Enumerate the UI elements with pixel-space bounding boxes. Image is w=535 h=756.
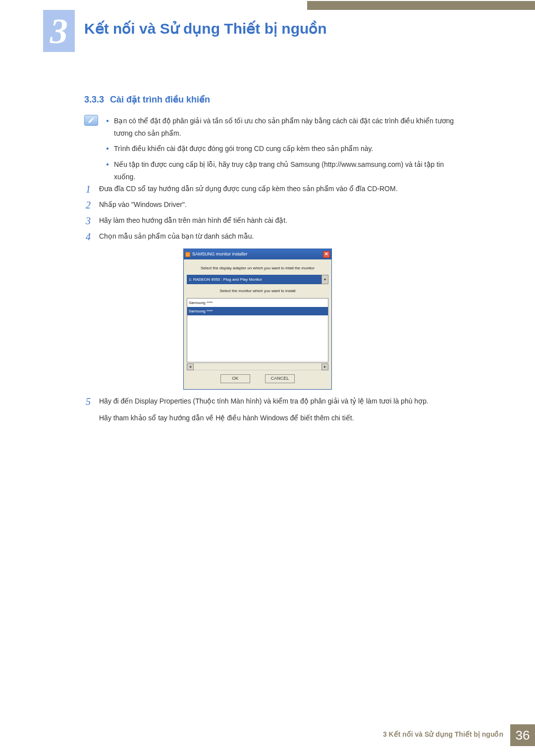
note-item: Nếu tập tin được cung cấp bị lỗi, hãy tr…	[114, 158, 461, 183]
dialog-prompt-adapter: Select the display adapter on which you …	[187, 264, 328, 272]
ok-button[interactable]: OK	[220, 374, 250, 383]
step-additional-text: Hãy tham khảo sổ tay hướng dẫn về Hệ điề…	[99, 411, 461, 425]
list-item[interactable]: Samsung ****	[187, 299, 328, 307]
note-list: ●Bạn có thể đặt độ phân giải và tần số t…	[106, 115, 461, 186]
step-text: Hãy đi đến Display Properties (Thuộc tín…	[99, 395, 461, 408]
dialog-prompt-monitor: Select the monitor which you want to ins…	[187, 287, 328, 295]
adapter-select-value: 1: RADEON 9550 : Plug and Play Monitor	[187, 275, 321, 284]
step-row: 1 Đưa đĩa CD sổ tay hướng dẫn sử dụng đư…	[84, 182, 461, 196]
scroll-right-icon[interactable]: ▸	[321, 363, 328, 370]
bullet-icon: ●	[106, 115, 109, 140]
section-title: Cài đặt trình điều khiển	[110, 95, 210, 104]
monitor-list[interactable]: Samsung **** Samsung ****	[187, 298, 328, 362]
list-item[interactable]: Samsung ****	[187, 307, 328, 315]
step-row: 4 Chọn mẫu sản phẩm của bạn từ danh sách…	[84, 230, 461, 244]
step-number: 5	[84, 395, 92, 408]
app-icon	[185, 252, 190, 257]
step-text: Nhấp vào "Windows Driver".	[99, 198, 461, 212]
step-number: 4	[84, 230, 92, 244]
step-row: 5 Hãy đi đến Display Properties (Thuộc t…	[84, 395, 461, 408]
section-number: 3.3.3	[84, 95, 104, 104]
note-block: ●Bạn có thể đặt độ phân giải và tần số t…	[84, 115, 461, 186]
note-item: Trình điều khiển cài đặt được đóng gói t…	[114, 143, 373, 155]
bullet-icon: ●	[106, 143, 109, 155]
step-row: 2 Nhấp vào "Windows Driver".	[84, 198, 461, 212]
header-accent-bar	[307, 1, 535, 10]
dialog-titlebar: SAMSUNG monitor installer ✕	[184, 249, 331, 259]
chapter-number: 3	[50, 13, 68, 49]
section-heading: 3.3.3Cài đặt trình điều khiển	[84, 94, 210, 105]
dialog-buttons: OK CANCEL	[187, 370, 328, 386]
chapter-title: Kết nối và Sử dụng Thiết bị nguồn	[84, 20, 327, 37]
horizontal-scrollbar[interactable]: ◂ ▸	[187, 363, 328, 370]
steps-list: 1 Đưa đĩa CD sổ tay hướng dẫn sử dụng đư…	[84, 182, 461, 424]
scroll-track[interactable]	[194, 363, 321, 370]
installer-dialog: SAMSUNG monitor installer ✕ Select the d…	[183, 249, 332, 390]
chapter-number-box: 3	[43, 10, 75, 52]
step-text: Hãy làm theo hướng dẫn trên màn hình để …	[99, 214, 461, 228]
step-number: 3	[84, 214, 92, 228]
step-text: Đưa đĩa CD sổ tay hướng dẫn sử dụng được…	[99, 182, 461, 196]
step-row: 3 Hãy làm theo hướng dẫn trên màn hình đ…	[84, 214, 461, 228]
scroll-left-icon[interactable]: ◂	[187, 363, 194, 370]
step-text: Chọn mẫu sản phẩm của bạn từ danh sách m…	[99, 230, 461, 244]
step-number: 2	[84, 198, 92, 212]
chevron-down-icon[interactable]: ▾	[321, 275, 328, 284]
dialog-body: Select the display adapter on which you …	[184, 259, 331, 389]
footer-chapter-label: 3 Kết nối và Sử dụng Thiết bị nguồn	[383, 724, 510, 746]
dialog-title: SAMSUNG monitor installer	[192, 250, 248, 258]
close-icon[interactable]: ✕	[323, 251, 330, 258]
cancel-button[interactable]: CANCEL	[265, 374, 295, 383]
page-footer: 3 Kết nối và Sử dụng Thiết bị nguồn 36	[383, 724, 535, 746]
adapter-select[interactable]: 1: RADEON 9550 : Plug and Play Monitor ▾	[187, 275, 328, 284]
note-item: Bạn có thể đặt độ phân giải và tần số tố…	[114, 115, 461, 140]
step-number: 1	[84, 182, 92, 196]
bullet-icon: ●	[106, 158, 109, 183]
page-number: 36	[510, 724, 535, 746]
installer-dialog-screenshot: SAMSUNG monitor installer ✕ Select the d…	[183, 249, 332, 390]
note-icon	[84, 115, 98, 126]
